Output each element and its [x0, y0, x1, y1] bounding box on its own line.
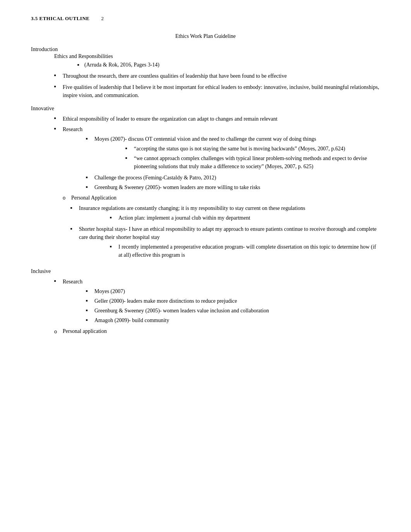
bullet-icon: ■: [70, 206, 75, 210]
personal-application-section: o Personal Application ■ Insurance regul…: [63, 194, 380, 261]
page-header: 3.5 ETHICAL OUTLINE 2: [31, 15, 380, 22]
bullet-icon: ■: [125, 146, 130, 151]
o-bullet-icon: o: [63, 194, 68, 202]
list-item: ■ Research ■ Moyes (2007) ■ Geller (2000…: [54, 278, 380, 326]
personal-app-label: Personal Application: [71, 194, 116, 202]
page: 3.5 ETHICAL OUTLINE 2 Ethics Work Plan G…: [0, 0, 411, 532]
item-text: Greenburg & Sweeney (2005)- women leader…: [94, 307, 380, 315]
inclusive-section: Inclusive ■ Research ■ Moyes (2007) ■ Ge…: [31, 268, 380, 334]
bullet-icon: ■: [110, 215, 115, 220]
item-text: Shorter hospital stays- I have an ethica…: [79, 225, 380, 261]
list-item: ■ I recently implemented a preoperative …: [110, 243, 380, 259]
innovative-list: ■ Ethical responsibility of leader to en…: [54, 115, 380, 262]
bullet-icon: ■: [70, 227, 75, 231]
list-item: ■ Action plan: implement a journal club …: [110, 214, 380, 222]
bullet-icon: ■: [54, 73, 59, 77]
action-list: ■ I recently implemented a preoperative …: [110, 243, 380, 259]
item-text: Moyes (2007)- discuss OT centennial visi…: [94, 135, 380, 172]
list-item: ■ Moyes (2007): [86, 287, 380, 295]
inclusive-list: ■ Research ■ Moyes (2007) ■ Geller (2000…: [54, 278, 380, 334]
citation-item: ■ (Arruda & Rok, 2016, Pages 3-14): [77, 62, 380, 68]
intro-bullet-list: ■ Throughout the research, there are cou…: [54, 72, 380, 99]
quotes-list: ■ “accepting the status quo is not stayi…: [125, 145, 380, 171]
inclusive-personal-item: o Personal application: [54, 328, 380, 334]
action-text: Action plan: implement a journal club wi…: [118, 214, 380, 222]
item-text: Research ■ Moyes (2007) ■ Geller (2000)-…: [63, 278, 380, 326]
list-item: ■ Greenburg & Sweeney (2005)- women lead…: [86, 183, 380, 191]
document-title: Ethics Work Plan Guideline: [31, 33, 380, 39]
bullet-icon: ■: [110, 244, 115, 249]
bullet-icon: ■: [86, 289, 91, 293]
item-text: Insurance regulations are constantly cha…: [79, 204, 380, 223]
list-item: ■ Shorter hospital stays- I have an ethi…: [70, 225, 380, 261]
personal-app-list: ■ Insurance regulations are constantly c…: [70, 204, 380, 261]
research-sub-list: ■ Moyes (2007)- discuss OT centennial vi…: [86, 135, 380, 191]
item-text: Greenburg & Sweeney (2005)- women leader…: [94, 183, 380, 191]
list-item: ■ Insurance regulations are constantly c…: [70, 204, 380, 223]
ethics-sub-label: Ethics and Responsibilities: [54, 53, 380, 60]
list-item: ■ Geller (2000)- leaders make more disti…: [86, 297, 380, 305]
bullet-icon: ■: [54, 85, 59, 88]
inclusive-research-list: ■ Moyes (2007) ■ Geller (2000)- leaders …: [86, 287, 380, 324]
section-label: 3.5 ETHICAL OUTLINE: [31, 15, 89, 22]
bullet-icon: ■: [86, 185, 91, 189]
list-item: ■ Ethical responsibility of leader to en…: [54, 115, 380, 123]
bullet-icon: ■: [54, 116, 59, 120]
quote-text: “we cannot approach complex challenges w…: [134, 154, 380, 171]
bullet-icon: ■: [54, 127, 59, 130]
bullet-icon: ■: [86, 175, 91, 180]
personal-application-label: Personal application: [63, 328, 107, 334]
item-text: Amagoh (2009)- build community: [94, 316, 380, 324]
innovative-heading: Innovative: [31, 106, 380, 112]
list-item: ■ Moyes (2007)- discuss OT centennial vi…: [86, 135, 380, 172]
list-item: ■ “we cannot approach complex challenges…: [125, 154, 380, 171]
list-item: ■ Greenburg & Sweeney (2005)- women lead…: [86, 307, 380, 315]
citation-text: (Arruda & Rok, 2016, Pages 3-14): [84, 62, 380, 68]
item-text: Moyes (2007): [94, 287, 380, 295]
item-text: Research ■ Moyes (2007)- discuss OT cent…: [63, 125, 380, 262]
action-text: I recently implemented a preoperative ed…: [118, 243, 380, 259]
page-number: 2: [101, 15, 104, 22]
action-list: ■ Action plan: implement a journal club …: [110, 214, 380, 222]
item-text: Ethical responsibility of leader to ensu…: [63, 115, 380, 123]
bullet-icon: ■: [86, 318, 91, 322]
item-text: Geller (2000)- leaders make more distinc…: [94, 297, 380, 305]
bullet-icon: ■: [125, 156, 130, 160]
item-text: Challenge the process (Feming-Castaldy &…: [94, 174, 380, 182]
list-item: ■ “accepting the status quo is not stayi…: [125, 145, 380, 153]
bullet-icon: ■: [86, 308, 91, 313]
personal-app-header: o Personal Application: [63, 194, 380, 202]
o-bullet-icon: o: [54, 329, 60, 334]
bullet-icon: ■: [86, 136, 91, 141]
introduction-heading: Introduction: [31, 46, 380, 53]
list-item: ■ Amagoh (2009)- build community: [86, 316, 380, 324]
list-item: ■ Research ■ Moyes (2007)- discuss OT ce…: [54, 125, 380, 262]
bullet-icon: ■: [86, 298, 91, 303]
inclusive-heading: Inclusive: [31, 268, 380, 275]
bullet-text: Throughout the research, there are count…: [63, 72, 380, 80]
list-item: ■ Challenge the process (Feming-Castaldy…: [86, 174, 380, 182]
list-item: ■ Five qualities of leadership that I be…: [54, 83, 380, 99]
bullet-icon: ■: [54, 279, 59, 283]
list-item: ■ Throughout the research, there are cou…: [54, 72, 380, 80]
bullet-text: Five qualities of leadership that I beli…: [63, 83, 380, 99]
bullet-icon: ■: [77, 63, 81, 66]
quote-text: “accepting the status quo is not staying…: [134, 145, 380, 153]
